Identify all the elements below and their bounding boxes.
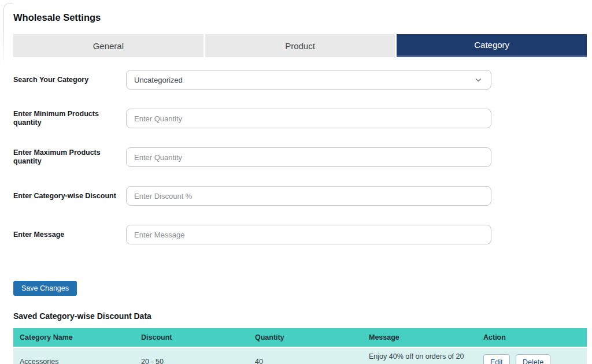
cell-quantity: 40 xyxy=(249,347,362,364)
min-quantity-input[interactable] xyxy=(126,109,491,128)
discount-input[interactable] xyxy=(126,186,491,206)
table-header-row: Category Name Discount Quantity Message … xyxy=(13,328,587,347)
category-settings-form: Search Your Category Uncategorized Enter… xyxy=(13,70,587,296)
tab-product[interactable]: Product xyxy=(205,34,395,57)
delete-button[interactable]: Delete xyxy=(516,354,550,364)
max-quantity-label: Enter Maximum Products quantity xyxy=(13,148,126,166)
edit-button[interactable]: Edit xyxy=(483,354,510,364)
table-row: Accessories 20 - 50 40 Enjoy 40% off on … xyxy=(13,347,587,364)
chevron-down-icon xyxy=(475,76,482,84)
tab-general[interactable]: General xyxy=(13,34,204,57)
message-label: Enter Message xyxy=(13,231,126,239)
cell-action: Edit Delete xyxy=(477,347,587,364)
form-row-category: Search Your Category Uncategorized xyxy=(13,70,587,90)
max-quantity-input[interactable] xyxy=(126,147,491,167)
message-input[interactable] xyxy=(126,225,491,244)
tab-bar: General Product Category xyxy=(13,34,587,57)
category-select-label: Search Your Category xyxy=(13,76,126,84)
save-changes-button[interactable]: Save Changes xyxy=(13,281,77,296)
min-quantity-label: Enter Minimum Products quantity xyxy=(13,110,126,127)
tab-category[interactable]: Category xyxy=(397,34,587,57)
form-row-message: Enter Message xyxy=(13,225,587,244)
discount-label: Enter Category-wise Discount xyxy=(13,192,126,200)
column-header-category: Category Name xyxy=(13,328,135,347)
wholesale-settings-page: Wholesale Settings General Product Categ… xyxy=(0,0,592,364)
category-select[interactable]: Uncategorized xyxy=(126,70,491,90)
cell-category-name: Accessories xyxy=(13,347,135,364)
category-select-value: Uncategorized xyxy=(134,76,183,84)
page-title: Wholesale Settings xyxy=(13,12,587,23)
form-row-discount: Enter Category-wise Discount xyxy=(13,186,587,206)
form-row-min-quantity: Enter Minimum Products quantity xyxy=(13,109,587,128)
discount-table: Category Name Discount Quantity Message … xyxy=(13,328,587,364)
form-row-max-quantity: Enter Maximum Products quantity xyxy=(13,147,587,167)
column-header-discount: Discount xyxy=(135,328,249,347)
column-header-action: Action xyxy=(477,328,587,347)
saved-data-title: Saved Category-wise Discount Data xyxy=(13,311,587,321)
cell-discount: 20 - 50 xyxy=(135,347,249,364)
cell-message: Enjoy 40% off on orders of 20 to 50 item… xyxy=(362,347,477,364)
column-header-quantity: Quantity xyxy=(249,328,362,347)
column-header-message: Message xyxy=(362,328,477,347)
